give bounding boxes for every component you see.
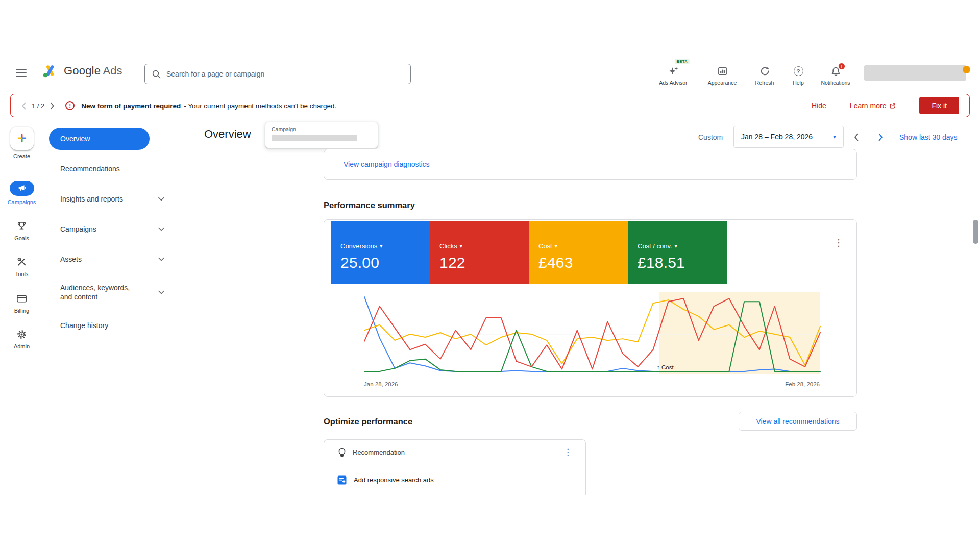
chevron-left-icon [853, 133, 859, 141]
scrollbar-thumb[interactable] [973, 220, 978, 244]
sidebar-item-assets[interactable]: Assets [49, 248, 177, 270]
brand-ads: Ads [103, 64, 122, 77]
gear-icon [16, 329, 28, 340]
metric-cost[interactable]: Cost▾ £463 [529, 221, 628, 284]
view-campaign-diagnostics-link[interactable]: View campaign diagnostics [344, 160, 430, 168]
recommendation-kebab-icon[interactable]: ⋮ [564, 448, 572, 457]
date-range-picker[interactable]: Jan 28 – Feb 28, 2026 ▾ [733, 126, 844, 148]
sidebar-item-change-history[interactable]: Change history [49, 314, 177, 337]
alert-pager: 1 / 2 [32, 102, 44, 110]
nav-goals[interactable]: Goals [0, 220, 43, 241]
notifications-label: Notifications [817, 80, 854, 86]
create-button[interactable]: Create [0, 127, 43, 159]
hide-button[interactable]: Hide [812, 102, 826, 110]
view-all-recommendations-button[interactable]: View all recommendations [739, 412, 857, 431]
cost-annotation: ↑ Cost [657, 364, 674, 370]
beta-badge: BETA [675, 59, 690, 64]
date-range-value: Jan 28 – Feb 28, 2026 [741, 133, 833, 141]
x-axis-start-label: Jan 28, 2026 [364, 381, 398, 387]
recommendation-card-header: Recommendation ⋮ [324, 440, 585, 465]
performance-summary-card: Conversions▾ 25.00 Clicks▾ 122 Cost▾ £46… [324, 219, 857, 397]
campaign-name-redacted [272, 135, 357, 141]
lightbulb-icon [337, 447, 347, 458]
tools-label: Tools [15, 271, 29, 277]
notifications-button[interactable]: ! Notifications [817, 65, 854, 86]
alert-message: - Your current payment methods can't be … [184, 102, 336, 110]
help-icon: ? [794, 66, 803, 76]
trophy-icon [16, 220, 28, 232]
nav-campaigns[interactable]: Campaigns [0, 181, 43, 205]
chevron-down-icon [158, 227, 164, 231]
refresh-button[interactable]: Refresh [746, 65, 783, 86]
alert-next-icon[interactable] [50, 102, 55, 110]
credit-card-icon [16, 293, 28, 305]
chevron-down-icon [158, 290, 164, 294]
billing-label: Billing [14, 308, 29, 314]
caret-down-icon: ▾ [460, 243, 462, 249]
admin-label: Admin [14, 343, 30, 349]
search-input[interactable] [166, 70, 404, 78]
appearance-button[interactable]: Appearance [704, 65, 741, 86]
recommendation-card: Recommendation ⋮ Add responsive search a… [324, 439, 586, 495]
performance-line-chart [360, 292, 824, 376]
cost-per-conv-value: £18.51 [638, 254, 718, 271]
recommendation-item[interactable]: Add responsive search ads [324, 465, 585, 494]
caret-down-icon: ▾ [675, 243, 677, 249]
learn-more-button[interactable]: Learn more [850, 102, 896, 110]
avatar[interactable] [963, 66, 970, 73]
global-search[interactable] [144, 64, 411, 84]
google-ads-app: Google Ads BETA Ads Advisor [0, 0, 980, 551]
google-ads-logo: Google Ads [41, 63, 122, 79]
fix-it-button[interactable]: Fix it [919, 97, 959, 114]
date-next-button[interactable] [874, 131, 887, 144]
search-icon [152, 69, 161, 79]
help-label: Help [780, 80, 817, 86]
arrow-up-icon: ↑ [657, 364, 660, 370]
chart-menu-kebab-icon[interactable]: ⋮ [834, 238, 843, 247]
ads-advisor-button[interactable]: BETA Ads Advisor [655, 65, 692, 86]
date-prev-button[interactable] [849, 131, 863, 144]
sidebar-item-audiences-keywords-content[interactable]: Audiences, keywords, and content [49, 278, 177, 307]
sidebar-item-recommendations[interactable]: Recommendations [49, 158, 177, 180]
notification-badge: ! [838, 63, 845, 70]
campaign-selector[interactable]: Campaign [265, 122, 378, 148]
appearance-label: Appearance [704, 80, 741, 86]
goals-label: Goals [14, 235, 29, 241]
metric-cost-per-conv[interactable]: Cost / conv.▾ £18.51 [628, 221, 727, 284]
alert-prev-icon[interactable] [21, 102, 27, 110]
nav-tools[interactable]: Tools [0, 256, 43, 277]
create-label: Create [13, 153, 30, 159]
recommendation-card-title: Recommendation [353, 448, 564, 456]
metric-clicks[interactable]: Clicks▾ 122 [430, 221, 529, 284]
tools-icon [16, 256, 28, 268]
account-info-redacted[interactable] [864, 65, 966, 81]
metric-chips: Conversions▾ 25.00 Clicks▾ 122 Cost▾ £46… [331, 221, 727, 284]
sidebar-item-overview[interactable]: Overview [49, 128, 150, 150]
appearance-icon [717, 66, 728, 77]
clicks-value: 122 [439, 254, 520, 271]
app-header: Google Ads BETA Ads Advisor [0, 55, 980, 90]
chevron-down-icon [158, 257, 164, 261]
show-last-30-days-link[interactable]: Show last 30 days [899, 133, 958, 141]
plus-icon [16, 133, 28, 144]
main-menu-icon[interactable] [16, 69, 27, 77]
nav-admin[interactable]: Admin [0, 329, 43, 349]
create-button-circle[interactable] [10, 127, 34, 150]
refresh-icon [760, 66, 770, 77]
nav-billing[interactable]: Billing [0, 293, 43, 314]
megaphone-icon [17, 184, 27, 193]
performance-summary-heading: Performance summary [324, 201, 415, 210]
sidebar-item-campaigns[interactable]: Campaigns [49, 218, 177, 240]
optimize-performance-heading: Optimize performance [324, 417, 412, 427]
learn-more-label: Learn more [850, 102, 887, 110]
campaigns-active-pill[interactable] [10, 181, 34, 196]
metric-conversions[interactable]: Conversions▾ 25.00 [331, 221, 430, 284]
campaigns-label: Campaigns [8, 199, 36, 205]
responsive-search-ads-icon [337, 475, 347, 485]
campaign-selector-label: Campaign [272, 126, 372, 132]
campaign-diagnostics-card: View campaign diagnostics [324, 149, 857, 180]
ads-advisor-label: Ads Advisor [655, 80, 692, 86]
brand-google: Google [64, 64, 101, 77]
sidebar-item-insights-reports[interactable]: Insights and reports [49, 188, 177, 210]
help-button[interactable]: ? Help [780, 65, 817, 86]
